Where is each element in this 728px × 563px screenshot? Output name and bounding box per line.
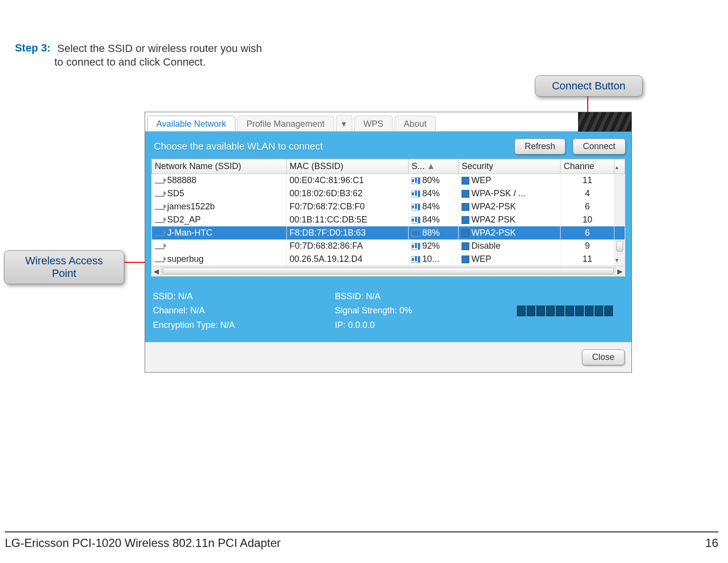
available-network-panel: Choose the available WLAN to connect Ref… <box>145 132 631 282</box>
sort-asc-icon: ▲ <box>427 161 435 171</box>
wifi-icon <box>155 217 165 223</box>
network-row[interactable]: 58888800:E0:4C:81:96:C180%WEP11 <box>152 174 625 188</box>
page-rule <box>5 531 718 532</box>
scroll-up-button[interactable]: ▲ <box>614 159 625 174</box>
security-icon <box>462 190 469 198</box>
status-panel: SSID: N/A BSSID: N/A Channel: N/A Signal… <box>145 282 631 342</box>
step-label: Step 3: <box>15 42 50 54</box>
wifi-icon <box>155 243 165 249</box>
network-row[interactable]: superbug00.26.5A.19.12.D410...WEP11▼ <box>152 253 625 266</box>
network-list: Network Name (SSID) MAC (BSSID) S...▲ Se… <box>151 158 626 277</box>
status-bssid: BSSID: N/A <box>335 291 517 302</box>
security-icon <box>462 177 469 185</box>
signal-icon <box>412 190 420 197</box>
signal-icon <box>412 230 420 237</box>
scroll-right-button[interactable]: ► <box>615 266 625 277</box>
network-row[interactable]: F0:7D:68:82:86:FA92%Disable9 <box>152 239 625 253</box>
signal-icon <box>412 177 420 184</box>
wifi-icon <box>155 256 165 262</box>
status-ip: IP: 0.0.0.0 <box>335 320 517 330</box>
page-footer: LG-Ericsson PCI-1020 Wireless 802.11n PC… <box>5 536 718 550</box>
vertical-scroll-thumb[interactable] <box>616 241 623 252</box>
wifi-icon <box>155 178 165 184</box>
security-icon <box>462 256 469 263</box>
status-encryption: Encryption Type: N/A <box>153 320 335 330</box>
wifi-icon <box>155 204 165 210</box>
header-decor-icon <box>578 112 631 132</box>
wifi-icon <box>155 191 165 197</box>
network-row[interactable]: SD2_AP00:1B:11:CC:DB:5E84%WPA2 PSK10 <box>152 213 625 226</box>
wlan-utility-window: Available Network Profile Management ▾ W… <box>145 112 632 373</box>
signal-icon <box>412 204 420 210</box>
tab-wps[interactable]: WPS <box>354 116 393 131</box>
status-ssid: SSID: N/A <box>153 291 335 302</box>
security-icon <box>462 229 469 237</box>
callout-wireless-access-point: Wireless Access Point <box>4 250 124 284</box>
col-bssid[interactable]: MAC (BSSID) <box>286 159 408 174</box>
col-channel[interactable]: Channe <box>561 159 614 174</box>
tab-available-network[interactable]: Available Network <box>147 116 235 131</box>
scroll-left-button[interactable]: ◄ <box>152 266 162 277</box>
signal-icon <box>412 217 420 223</box>
network-row[interactable]: J-Man-HTCF8:DB:7F:D0:1B:6388%WPA2-PSK6 <box>152 226 625 239</box>
status-signal: Signal Strength: 0% <box>335 306 517 316</box>
signal-bars-icon <box>517 306 624 316</box>
step-block: Step 3: Select the SSID or wireless rout… <box>5 42 267 68</box>
col-signal[interactable]: S...▲ <box>409 159 459 174</box>
tab-profile-management[interactable]: Profile Management <box>237 116 334 131</box>
network-row[interactable]: james1522bF0:7D:68:72:CB:F084%WPA2-PSK6 <box>152 200 625 213</box>
refresh-button[interactable]: Refresh <box>514 138 565 154</box>
network-table: Network Name (SSID) MAC (BSSID) S...▲ Se… <box>151 159 625 276</box>
callout-connect-button: Connect Button <box>535 75 643 97</box>
security-icon <box>462 203 469 211</box>
col-ssid[interactable]: Network Name (SSID) <box>152 159 287 174</box>
status-channel: Channel: N/A <box>153 306 335 316</box>
col-security[interactable]: Security <box>459 159 561 174</box>
network-row[interactable]: SD500:18:02:6D:B3:6284%WPA-PSK / ...4 <box>152 187 625 200</box>
scrollbar-thumb[interactable] <box>163 268 614 274</box>
footer-product: LG-Ericsson PCI-1020 Wireless 802.11n PC… <box>5 536 281 550</box>
tab-about[interactable]: About <box>395 116 436 131</box>
security-icon <box>462 242 469 250</box>
footer-page: 16 <box>705 536 718 550</box>
horizontal-scrollbar[interactable]: ◄ ► <box>152 266 625 276</box>
wifi-icon <box>155 230 165 236</box>
signal-icon <box>412 243 420 250</box>
tab-dropdown[interactable]: ▾ <box>336 115 352 131</box>
window-footer: Close <box>145 342 631 372</box>
panel-title: Choose the available WLAN to connect <box>151 141 323 152</box>
security-icon <box>462 216 469 224</box>
signal-icon <box>412 256 420 263</box>
step-text: Select the SSID or wireless router you w… <box>54 42 262 68</box>
close-button[interactable]: Close <box>582 349 625 365</box>
connect-button[interactable]: Connect <box>573 138 626 154</box>
tab-bar: Available Network Profile Management ▾ W… <box>145 112 631 132</box>
